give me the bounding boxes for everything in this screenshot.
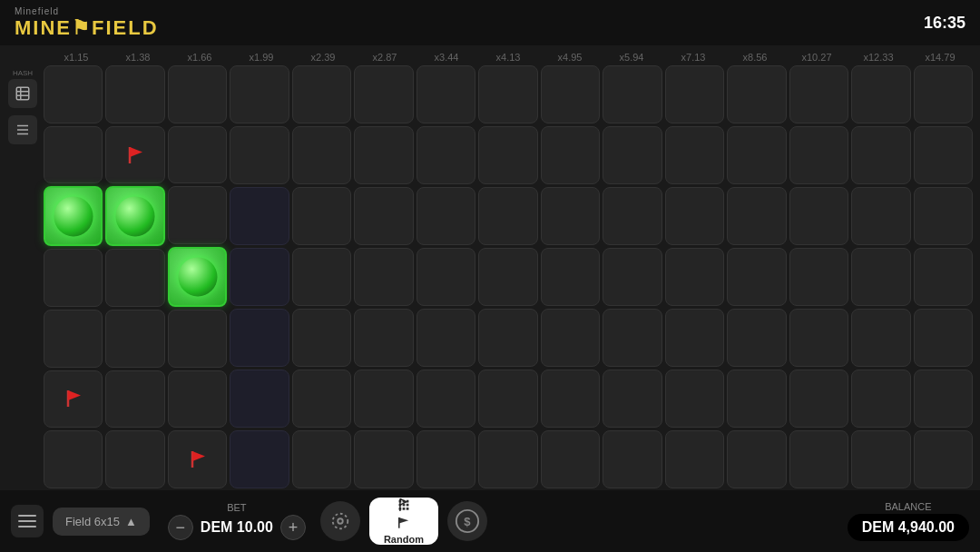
grid-cell[interactable] [603,309,662,367]
grid-cell[interactable] [541,248,600,306]
grid-cell[interactable] [727,370,786,428]
grid-cell[interactable] [603,370,662,428]
field-select-button[interactable]: Field 6x15 ▲ [53,508,150,536]
grid-cell[interactable] [851,430,910,488]
menu-button[interactable] [11,505,44,537]
grid-cell[interactable] [789,309,848,367]
hash-icon-btn[interactable] [8,79,37,108]
grid-cell[interactable] [105,126,164,184]
grid-cell[interactable] [230,126,289,184]
grid-cell[interactable] [541,187,600,245]
grid-cell[interactable] [292,370,351,428]
grid-cell[interactable] [478,248,537,306]
list-icon-btn[interactable] [8,115,37,144]
grid-cell[interactable] [354,65,413,123]
grid-cell[interactable] [603,187,662,245]
grid-cell[interactable] [354,370,413,428]
grid-cell[interactable] [354,309,413,367]
grid-cell[interactable] [914,65,973,123]
grid-cell[interactable] [603,248,662,306]
grid-cell[interactable] [416,187,475,245]
grid-cell[interactable] [851,126,910,184]
grid-cell[interactable] [44,65,103,123]
grid-cell[interactable] [105,370,164,429]
grid-cell[interactable] [789,370,848,428]
grid-cell[interactable] [478,65,537,123]
grid-cell[interactable] [230,309,289,367]
grid-cell[interactable] [44,370,103,429]
grid-cell[interactable] [44,126,103,184]
grid-cell[interactable] [478,309,537,367]
grid-cell[interactable] [665,126,724,184]
grid-cell[interactable] [168,370,227,429]
grid-cell[interactable] [789,187,848,245]
grid-cell[interactable] [44,249,103,307]
grid-cell[interactable] [168,310,227,368]
grid-cell[interactable] [354,126,413,184]
grid-cell[interactable] [292,430,351,488]
grid-cell[interactable] [168,186,227,244]
grid-cell[interactable] [665,370,724,428]
grid-cell[interactable] [914,126,973,184]
grid-cell[interactable] [292,187,351,245]
grid-cell[interactable] [478,370,537,428]
grid-cell[interactable] [416,309,475,367]
grid-cell[interactable] [727,126,786,184]
grid-cell[interactable] [914,309,973,367]
grid-cell[interactable] [416,430,475,488]
grid-cell[interactable] [603,65,662,123]
grid-cell[interactable] [230,65,289,123]
grid-cell[interactable] [105,430,164,488]
grid-cell[interactable] [230,187,289,245]
grid-cell[interactable] [105,65,164,123]
grid-cell[interactable] [914,430,973,488]
grid-cell[interactable] [416,65,475,123]
grid-cell[interactable] [354,187,413,245]
grid-cell[interactable] [541,126,600,184]
grid-cell[interactable] [168,126,227,184]
grid-cell[interactable] [105,249,164,307]
grid-cell[interactable] [168,430,227,488]
grid-cell[interactable] [665,187,724,245]
grid-cell[interactable] [168,247,227,307]
grid-cell[interactable] [789,430,848,488]
grid-cell[interactable] [727,309,786,367]
grid-cell[interactable] [416,126,475,184]
bet-increase-button[interactable]: + [280,515,306,540]
grid-cell[interactable] [727,65,786,123]
grid-cell[interactable] [541,65,600,123]
grid-cell[interactable] [478,126,537,184]
grid-cell[interactable] [541,309,600,367]
grid-cell[interactable] [727,187,786,245]
collect-button[interactable]: $ [447,501,487,541]
random-button[interactable]: Random [369,498,438,545]
grid-cell[interactable] [665,309,724,367]
grid-cell[interactable] [292,126,351,184]
grid-cell[interactable] [603,126,662,184]
grid-cell[interactable] [230,370,289,428]
grid-cell[interactable] [727,248,786,306]
grid-cell[interactable] [44,310,103,368]
grid-cell[interactable] [478,430,537,488]
grid-cell[interactable] [416,248,475,306]
grid-cell[interactable] [292,309,351,367]
grid-cell[interactable] [851,248,910,306]
grid-cell[interactable] [914,370,973,428]
grid-cell[interactable] [914,248,973,306]
grid-cell[interactable] [851,187,910,245]
grid-cell[interactable] [851,370,910,428]
grid-cell[interactable] [603,430,662,488]
grid-cell[interactable] [478,187,537,245]
grid-cell[interactable] [44,430,103,488]
grid-cell[interactable] [727,430,786,488]
grid-cell[interactable] [665,65,724,123]
grid-cell[interactable] [230,430,289,488]
grid-cell[interactable] [292,65,351,123]
grid-cell[interactable] [665,430,724,488]
grid-cell[interactable] [416,370,475,428]
grid-cell[interactable] [541,430,600,488]
grid-cell[interactable] [44,186,103,246]
grid-cell[interactable] [354,248,413,306]
grid-cell[interactable] [665,248,724,306]
grid-cell[interactable] [851,309,910,367]
